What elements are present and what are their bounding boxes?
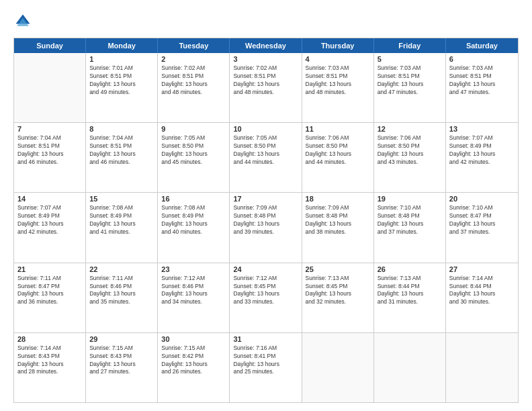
daylight-text-line1: Daylight: 13 hours (17, 220, 82, 228)
header (13, 12, 519, 31)
sunset-text: Sunset: 8:50 PM (378, 142, 442, 150)
sunrise-text: Sunrise: 7:06 AM (306, 134, 370, 142)
sunset-text: Sunset: 8:44 PM (378, 283, 442, 291)
daylight-text-line2: and 48 minutes. (306, 89, 370, 97)
sunrise-text: Sunrise: 7:04 AM (17, 134, 82, 142)
sunset-text: Sunset: 8:51 PM (378, 73, 442, 81)
calendar-cell: 19Sunrise: 7:10 AMSunset: 8:48 PMDayligh… (374, 193, 446, 262)
calendar-cell: 27Sunrise: 7:14 AMSunset: 8:44 PMDayligh… (446, 263, 518, 332)
daylight-text-line2: and 46 minutes. (89, 158, 154, 167)
sunrise-text: Sunrise: 7:02 AM (161, 64, 226, 73)
sunrise-text: Sunrise: 7:12 AM (233, 275, 298, 283)
sunset-text: Sunset: 8:51 PM (161, 73, 226, 81)
sunrise-text: Sunrise: 7:13 AM (378, 275, 442, 283)
daylight-text-line1: Daylight: 13 hours (233, 81, 298, 89)
sunrise-text: Sunrise: 7:15 AM (89, 345, 154, 353)
calendar-cell: 22Sunrise: 7:11 AMSunset: 8:46 PMDayligh… (86, 263, 158, 332)
sunrise-text: Sunrise: 7:11 AM (89, 275, 154, 283)
daylight-text-line2: and 27 minutes. (89, 368, 154, 376)
day-number: 26 (378, 265, 442, 273)
sunrise-text: Sunrise: 7:02 AM (233, 64, 298, 73)
daylight-text-line1: Daylight: 13 hours (306, 81, 370, 89)
sunset-text: Sunset: 8:43 PM (89, 353, 154, 361)
calendar-row-2: 14Sunrise: 7:07 AMSunset: 8:49 PMDayligh… (14, 192, 518, 262)
sunset-text: Sunset: 8:51 PM (306, 73, 370, 81)
daylight-text-line2: and 32 minutes. (306, 298, 370, 306)
sunrise-text: Sunrise: 7:09 AM (306, 204, 370, 212)
day-number: 15 (89, 195, 154, 203)
daylight-text-line2: and 39 minutes. (233, 228, 298, 236)
daylight-text-line2: and 48 minutes. (233, 89, 298, 97)
day-number: 22 (89, 265, 154, 273)
sunrise-text: Sunrise: 7:07 AM (449, 134, 515, 142)
daylight-text-line2: and 30 minutes. (449, 298, 515, 306)
sunset-text: Sunset: 8:44 PM (449, 283, 515, 291)
daylight-text-line2: and 25 minutes. (233, 368, 298, 376)
calendar-cell: 30Sunrise: 7:15 AMSunset: 8:42 PMDayligh… (158, 333, 230, 402)
sunset-text: Sunset: 8:50 PM (161, 142, 226, 150)
day-number: 20 (449, 195, 515, 203)
sunset-text: Sunset: 8:49 PM (17, 212, 82, 220)
daylight-text-line2: and 43 minutes. (378, 158, 442, 167)
daylight-text-line2: and 34 minutes. (161, 298, 226, 306)
sunset-text: Sunset: 8:46 PM (161, 283, 226, 291)
sunset-text: Sunset: 8:50 PM (233, 142, 298, 150)
sunrise-text: Sunrise: 7:08 AM (161, 204, 226, 212)
sunset-text: Sunset: 8:48 PM (233, 212, 298, 220)
daylight-text-line2: and 38 minutes. (306, 228, 370, 236)
header-day-thursday: Thursday (302, 38, 374, 53)
sunset-text: Sunset: 8:47 PM (17, 283, 82, 291)
sunset-text: Sunset: 8:48 PM (306, 212, 370, 220)
day-number: 31 (233, 335, 298, 343)
calendar-cell: 20Sunrise: 7:10 AMSunset: 8:47 PMDayligh… (446, 193, 518, 262)
day-number: 13 (449, 125, 515, 133)
calendar-cell: 26Sunrise: 7:13 AMSunset: 8:44 PMDayligh… (374, 263, 446, 332)
daylight-text-line1: Daylight: 13 hours (89, 220, 154, 228)
sunrise-text: Sunrise: 7:03 AM (449, 64, 515, 73)
daylight-text-line1: Daylight: 13 hours (449, 220, 515, 228)
day-number: 28 (17, 335, 82, 343)
daylight-text-line1: Daylight: 13 hours (233, 150, 298, 158)
sunset-text: Sunset: 8:45 PM (306, 283, 370, 291)
daylight-text-line2: and 36 minutes. (17, 298, 82, 306)
sunset-text: Sunset: 8:49 PM (449, 142, 515, 150)
header-day-saturday: Saturday (446, 38, 518, 53)
calendar-cell: 15Sunrise: 7:08 AMSunset: 8:49 PMDayligh… (86, 193, 158, 262)
calendar-cell: 10Sunrise: 7:05 AMSunset: 8:50 PMDayligh… (230, 123, 302, 192)
sunset-text: Sunset: 8:51 PM (233, 73, 298, 81)
sunset-text: Sunset: 8:47 PM (449, 212, 515, 220)
daylight-text-line1: Daylight: 13 hours (378, 81, 442, 89)
daylight-text-line1: Daylight: 13 hours (89, 361, 154, 369)
sunset-text: Sunset: 8:49 PM (161, 212, 226, 220)
daylight-text-line1: Daylight: 13 hours (306, 290, 370, 298)
daylight-text-line1: Daylight: 13 hours (233, 361, 298, 369)
sunrise-text: Sunrise: 7:10 AM (449, 204, 515, 212)
day-number: 9 (161, 125, 226, 133)
calendar-row-1: 7Sunrise: 7:04 AMSunset: 8:51 PMDaylight… (14, 122, 518, 192)
daylight-text-line1: Daylight: 13 hours (306, 150, 370, 158)
daylight-text-line1: Daylight: 13 hours (17, 150, 82, 158)
calendar-cell: 3Sunrise: 7:02 AMSunset: 8:51 PMDaylight… (230, 53, 302, 122)
calendar-cell: 29Sunrise: 7:15 AMSunset: 8:43 PMDayligh… (86, 333, 158, 402)
calendar-header: SundayMondayTuesdayWednesdayThursdayFrid… (14, 38, 518, 53)
calendar-body: 1Sunrise: 7:01 AMSunset: 8:51 PMDaylight… (14, 53, 518, 402)
daylight-text-line1: Daylight: 13 hours (161, 290, 226, 298)
sunrise-text: Sunrise: 7:03 AM (306, 64, 370, 73)
day-number: 14 (17, 195, 82, 203)
calendar-cell: 12Sunrise: 7:06 AMSunset: 8:50 PMDayligh… (374, 123, 446, 192)
calendar-cell: 14Sunrise: 7:07 AMSunset: 8:49 PMDayligh… (14, 193, 86, 262)
sunset-text: Sunset: 8:49 PM (89, 212, 154, 220)
day-number: 19 (378, 195, 442, 203)
sunset-text: Sunset: 8:46 PM (89, 283, 154, 291)
day-number: 16 (161, 195, 226, 203)
day-number: 27 (449, 265, 515, 273)
daylight-text-line2: and 45 minutes. (161, 158, 226, 167)
day-number: 17 (233, 195, 298, 203)
sunrise-text: Sunrise: 7:05 AM (233, 134, 298, 142)
day-number: 10 (233, 125, 298, 133)
sunrise-text: Sunrise: 7:13 AM (306, 275, 370, 283)
daylight-text-line2: and 47 minutes. (378, 89, 442, 97)
daylight-text-line1: Daylight: 13 hours (449, 150, 515, 158)
daylight-text-line2: and 47 minutes. (449, 89, 515, 97)
sunrise-text: Sunrise: 7:14 AM (449, 275, 515, 283)
